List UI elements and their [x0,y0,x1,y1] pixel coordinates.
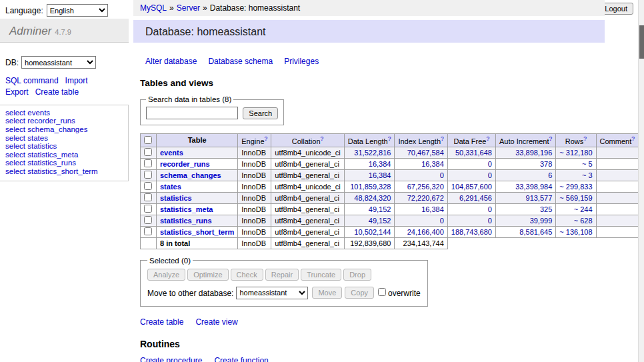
sidebar-table-link[interactable]: select events [5,109,128,117]
sidebar-table-link[interactable]: select recorder_runs [5,117,128,125]
sidebar-table-link[interactable]: select statistics_meta [5,151,128,159]
db-select[interactable]: homeassistant [21,56,96,69]
index-length-cell: 16,384 [395,158,447,169]
help-link[interactable]: ? [265,135,268,142]
breadcrumb-separator: » [203,3,207,13]
row-checkbox[interactable] [144,182,152,190]
link-create-function[interactable]: Create function [214,356,268,362]
row-checkbox[interactable] [144,216,152,224]
overwrite-checkbox[interactable] [378,288,386,296]
row-check-cell [141,215,157,226]
table-name-link[interactable]: statistics_runs [160,217,212,225]
drop-button[interactable]: Drop [343,269,371,281]
table-name-cell: statistics_runs [157,215,238,226]
row-checkbox[interactable] [144,171,152,179]
breadcrumb-mysql-link[interactable]: MySQL [140,3,167,13]
move-db-select[interactable]: homeassistant [236,287,308,299]
row-checkbox[interactable] [144,193,152,201]
link-create-procedure[interactable]: Create procedure [140,356,202,362]
sidebar-links: SQL commandImport ExportCreate table [5,75,115,99]
table-name-link[interactable]: recorder_runs [160,160,210,168]
table-name-link[interactable]: schema_changes [160,171,221,179]
row-checkbox[interactable] [144,148,152,156]
help-link[interactable]: ? [388,135,391,142]
help-link[interactable]: ? [321,135,324,142]
comment-cell [596,158,638,169]
auto-increment-cell: 913,577 [495,192,555,203]
help-link[interactable]: ? [486,135,489,142]
search-input[interactable] [146,107,238,119]
optimize-button[interactable]: Optimize [187,269,228,281]
sidebar: Adminer4.7.9 DB:homeassistant SQL comman… [0,19,129,362]
data-length-cell: 10,502,144 [344,226,395,237]
breadcrumb-server-link[interactable]: Server [177,3,200,13]
help-link[interactable]: ? [631,135,635,142]
auto-increment-cell: 39,999 [495,215,555,226]
copy-button[interactable]: Copy [345,287,374,299]
repair-button[interactable]: Repair [265,269,299,281]
analyze-button[interactable]: Analyze [147,269,185,281]
row-checkbox[interactable] [144,227,152,235]
truncate-button[interactable]: Truncate [301,269,341,281]
engine-cell: InnoDB [238,192,271,203]
sidebar-table-link[interactable]: select statistics [5,142,128,151]
move-row: Move to other database:homeassistantMove… [147,287,421,299]
db-action-privileges[interactable]: Privileges [284,57,319,66]
auto-increment-cell: 33,398,984 [495,181,555,192]
table-name-link[interactable]: states [160,183,181,191]
comment-cell [596,169,638,181]
sidebar-link-sql-command[interactable]: SQL command [5,76,59,85]
rows-cell: ~ 136,108 [556,226,596,237]
data-free-cell: 0 [447,158,495,169]
comment-cell [596,181,638,192]
link-create-view[interactable]: Create view [195,317,237,327]
sidebar-link-create-table[interactable]: Create table [35,87,79,97]
help-link[interactable]: ? [583,135,587,142]
table-name-cell: statistics_meta [157,203,238,215]
table-name-link[interactable]: statistics_meta [160,205,213,213]
db-action-alter-database[interactable]: Alter database [145,57,197,66]
link-create-table[interactable]: Create table [140,317,183,327]
scrollbar-thumb[interactable] [639,25,644,59]
table-name-cell: statistics [157,192,238,203]
db-action-database-schema[interactable]: Database schema [208,57,273,66]
sidebar-link-import[interactable]: Import [65,76,88,85]
table-name-link[interactable]: events [160,149,183,157]
main-content: MySQL»Server»Database: homeassistant Dat… [133,0,605,362]
sidebar-link-export[interactable]: Export [5,87,29,97]
language-label: Language: [5,6,43,15]
sidebar-table-link[interactable]: select states [5,134,128,143]
language-select[interactable]: English [47,4,108,17]
table-row: statesInnoDButf8mb4_unicode_ci101,859,32… [141,181,639,192]
table-name-cell: schema_changes [157,169,238,181]
table-name-link[interactable]: statistics [160,194,192,202]
scrollbar[interactable] [638,0,644,362]
sidebar-table-link[interactable]: select schema_changes [5,125,128,134]
data-free-cell: 188,743,680 [447,226,495,237]
collation-cell: utf8mb4_unicode_ci [271,147,344,158]
data-length-cell: 49,152 [344,203,395,215]
help-link[interactable]: ? [441,135,444,142]
move-button[interactable]: Move [312,287,342,299]
sidebar-table-link[interactable]: select statistics_short_term [5,167,128,176]
help-link[interactable]: ? [549,135,553,142]
collation-cell: utf8mb4_general_ci [271,215,344,226]
check-button[interactable]: Check [231,269,263,281]
row-check-cell [141,192,157,203]
app-name[interactable]: Adminer [9,25,51,37]
row-checkbox[interactable] [144,205,152,213]
selected-legend: Selected (0) [147,257,193,265]
engine-cell: InnoDB [238,181,271,192]
sidebar-links-row2: ExportCreate table [5,87,115,98]
row-checkbox[interactable] [144,159,152,167]
row-check-cell [141,169,157,181]
check-all-checkbox[interactable] [144,136,152,144]
table-name-link[interactable]: statistics_short_term [160,228,234,236]
routine-links: Create procedureCreate function [140,356,605,362]
engine-cell: InnoDB [238,158,271,169]
db-actions: Alter databaseDatabase schemaPrivileges [145,57,605,66]
search-button[interactable]: Search [243,107,278,119]
table-name-cell: events [157,147,238,158]
data-length-cell: 31,522,816 [344,147,395,158]
sidebar-table-link[interactable]: select statistics_runs [5,159,128,167]
